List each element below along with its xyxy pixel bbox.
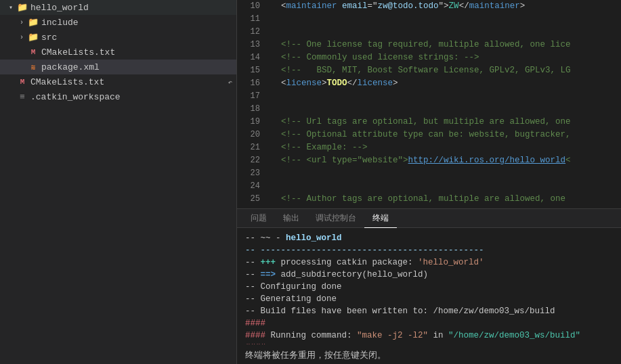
code-content[interactable]: <maintainer email="zw@todo.todo">ZW</mai… [265,0,621,208]
sidebar-item-label: package.xml [41,62,100,72]
tab-terminal[interactable]: 终端 [364,209,397,228]
line-numbers: 10 11 12 13 14 15 16 17 18 19 20 21 22 2… [237,0,265,208]
code-line-21: <!-- Example: --> [271,141,621,154]
bottom-panel: 问题 输出 调试控制台 终端 -- ~~ - hello_world -- --… [237,208,621,364]
terminal-output: -- ~~ - hello_world -- -----------------… [237,228,621,344]
code-line-14: <!-- Commonly used license strings: --> [271,51,621,64]
tab-debug-console[interactable]: 调试控制台 [307,209,364,228]
sidebar-item-label: src [41,32,57,43]
chevron-right-icon: › [16,34,27,41]
xml-icon: ≋ [27,63,39,72]
terminal-line-5: -- Configuring done [245,281,613,293]
code-line-16: <license>TODO</license> [271,77,621,90]
terminal-line-8: #### [245,317,613,329]
sidebar-item-label: include [41,18,79,28]
sidebar-item-src[interactable]: › 📁 src [0,30,236,45]
chevron-down-icon: ▾ [5,3,16,12]
code-line-12 [271,26,621,39]
code-line-19: <!-- Url tags are optional, but multiple… [271,116,621,129]
sidebar-item-cmakelists2[interactable]: M CMakeLists.txt ↶ [0,74,236,89]
code-line-23 [271,167,621,180]
sidebar-item-label: hello_world [30,3,89,13]
sidebar-item-label: CMakeLists.txt [41,47,115,58]
editor-content: 10 11 12 13 14 15 16 17 18 19 20 21 22 2… [237,0,621,208]
sidebar-item-package-xml[interactable]: ≋ package.xml [0,60,236,74]
code-line-18 [271,103,621,116]
terminal-line-3: -- +++ processing catkin package: 'hello… [245,256,613,269]
folder-closed-icon: 📁 [27,32,39,43]
sidebar-item-label: .catkin_workspace [30,92,121,102]
sidebar-item-include[interactable]: › 📁 include [0,15,236,30]
terminal-line-9: #### Running command: "make -j2 -l2" in … [245,329,613,342]
panel-tab-bar: 问题 输出 调试控制台 终端 [237,209,621,228]
sidebar-item-cmakelists1[interactable]: M CMakeLists.txt [0,45,236,60]
code-editor: 10 11 12 13 14 15 16 17 18 19 20 21 22 2… [237,0,621,208]
cmake-icon: M [16,78,28,86]
code-line-17 [271,90,621,103]
folder-open-icon: 📁 [16,2,28,13]
sidebar-item-catkin[interactable]: ≡ .catkin_workspace [0,89,236,104]
terminal-line-2: -- -------------------------------------… [245,244,613,256]
folder-closed-icon: 📁 [27,17,39,28]
tab-output[interactable]: 输出 [275,209,307,228]
file-explorer: ▾ 📁 hello_world › 📁 include › 📁 src M CM… [0,0,237,364]
code-line-10: <maintainer email="zw@todo.todo">ZW</mai… [271,0,621,13]
code-line-13: <!-- One license tag required, multiple … [271,39,621,51]
code-line-22: <!-- <url type="website">http://wiki.ros… [271,154,621,167]
code-line-11 [271,13,621,26]
terminal-line-4: -- ==> add_subdirectory(hello_world) [245,269,613,281]
file-icon: ≡ [16,92,28,102]
chevron-right-icon: › [16,19,27,26]
modified-badge: ↶ [228,78,232,87]
code-line-20: <!-- Optional attribute type can be: web… [271,129,621,141]
terminal-line-7: -- Build files have been written to: /ho… [245,305,613,317]
main-area: 10 11 12 13 14 15 16 17 18 19 20 21 22 2… [237,0,621,364]
sidebar-item-hello_world[interactable]: ▾ 📁 hello_world [0,0,236,15]
code-line-15: <!-- BSD, MIT, Boost Software License, G… [271,64,621,77]
code-line-24 [271,180,621,193]
terminal-line-6: -- Generating done [245,293,613,305]
terminal-status: 终端将被任务重用，按任意键关闭。 [237,344,621,364]
tab-problems[interactable]: 问题 [242,209,275,228]
code-line-25: <!-- Author tags are optional, multiple … [271,193,621,206]
sidebar-item-label: CMakeLists.txt [30,77,104,87]
terminal-line-1: -- ~~ - hello_world [245,232,613,244]
cmake-icon: M [27,48,39,56]
